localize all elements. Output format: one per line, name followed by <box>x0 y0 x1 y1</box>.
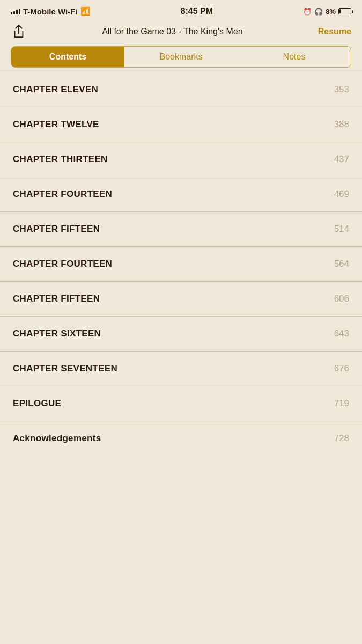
status-left: T-Mobile Wi-Fi 📶 <box>11 6 91 16</box>
carrier-label: T-Mobile Wi-Fi <box>23 7 78 16</box>
chapter-item-0[interactable]: CHAPTER ELEVEN353 <box>0 72 362 107</box>
status-time: 8:45 PM <box>181 6 213 16</box>
chapter-item-10[interactable]: Acknowledgements728 <box>0 421 362 456</box>
battery-percent: 8% <box>326 8 336 16</box>
wifi-icon: 📶 <box>80 6 91 16</box>
header-title: All for the Game 03 - The King's Men <box>27 27 318 36</box>
chapter-item-6[interactable]: CHAPTER FIFTEEN606 <box>0 282 362 317</box>
chapter-page-5: 564 <box>334 259 349 269</box>
chapter-name-10: Acknowledgements <box>13 433 101 444</box>
tab-bar: Contents Bookmarks Notes <box>11 46 351 68</box>
tab-contents[interactable]: Contents <box>11 47 124 67</box>
chapter-list: CHAPTER ELEVEN353CHAPTER TWELVE388CHAPTE… <box>0 72 362 456</box>
chapter-name-6: CHAPTER FIFTEEN <box>13 294 100 304</box>
chapter-name-3: CHAPTER FOURTEEN <box>13 189 112 200</box>
chapter-page-0: 353 <box>334 84 349 95</box>
chapter-page-2: 437 <box>334 154 349 165</box>
chapter-page-1: 388 <box>334 119 349 130</box>
header: All for the Game 03 - The King's Men Res… <box>0 19 362 46</box>
chapter-item-3[interactable]: CHAPTER FOURTEEN469 <box>0 177 362 212</box>
chapter-item-5[interactable]: CHAPTER FOURTEEN564 <box>0 247 362 282</box>
chapter-page-8: 676 <box>334 363 349 374</box>
chapter-item-1[interactable]: CHAPTER TWELVE388 <box>0 107 362 142</box>
tab-bookmarks[interactable]: Bookmarks <box>124 47 238 67</box>
share-button[interactable] <box>11 24 27 40</box>
chapter-name-5: CHAPTER FOURTEEN <box>13 259 112 269</box>
battery-fill <box>339 9 341 13</box>
chapter-page-9: 719 <box>334 398 349 409</box>
signal-bar-4 <box>19 9 20 14</box>
status-bar: T-Mobile Wi-Fi 📶 8:45 PM ⏰ 🎧 8% <box>0 0 362 19</box>
chapter-name-2: CHAPTER THIRTEEN <box>13 154 108 165</box>
chapter-name-7: CHAPTER SIXTEEN <box>13 328 101 339</box>
chapter-item-7[interactable]: CHAPTER SIXTEEN643 <box>0 317 362 352</box>
chapter-item-8[interactable]: CHAPTER SEVENTEEN676 <box>0 352 362 386</box>
resume-button[interactable]: Resume <box>318 27 351 36</box>
status-right: ⏰ 🎧 8% <box>303 8 351 16</box>
chapter-page-3: 469 <box>334 189 349 200</box>
chapter-page-4: 514 <box>334 224 349 235</box>
signal-bar-2 <box>13 11 15 14</box>
chapter-name-8: CHAPTER SEVENTEEN <box>13 363 117 374</box>
chapter-item-2[interactable]: CHAPTER THIRTEEN437 <box>0 142 362 177</box>
chapter-item-4[interactable]: CHAPTER FIFTEEN514 <box>0 212 362 247</box>
headphones-icon: 🎧 <box>314 8 323 16</box>
chapter-item-9[interactable]: EPILOGUE719 <box>0 386 362 421</box>
chapter-name-9: EPILOGUE <box>13 398 61 409</box>
chapter-page-10: 728 <box>334 433 349 444</box>
chapter-name-0: CHAPTER ELEVEN <box>13 84 98 95</box>
chapter-name-1: CHAPTER TWELVE <box>13 119 99 130</box>
battery-icon <box>338 8 351 14</box>
chapter-page-6: 606 <box>334 294 349 304</box>
alarm-icon: ⏰ <box>303 8 312 16</box>
chapter-page-7: 643 <box>334 328 349 339</box>
tab-notes[interactable]: Notes <box>238 47 351 67</box>
signal-bar-3 <box>16 10 18 14</box>
signal-bar-1 <box>11 12 12 14</box>
chapter-name-4: CHAPTER FIFTEEN <box>13 224 100 235</box>
signal-bars <box>11 9 20 14</box>
